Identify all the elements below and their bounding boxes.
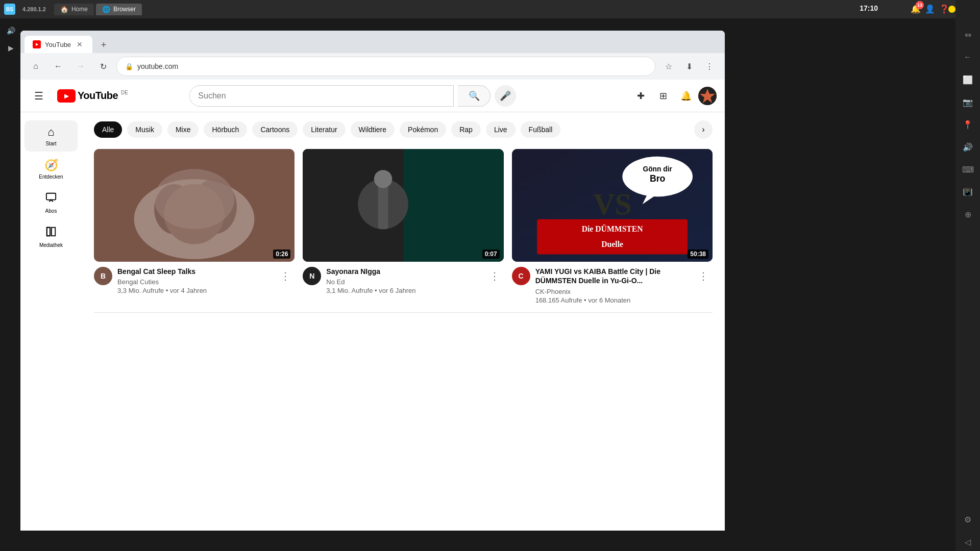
video-more-button-3[interactable]: ⋮ [694,267,713,285]
yt-header: ☰ ▶ YouTube DE 🔍 🎤 ✚ [20,80,725,112]
filter-chip-alle[interactable]: Alle [94,121,122,138]
help-tray-icon[interactable]: ❓ [939,4,949,14]
yt-mic-button[interactable]: 🎤 [495,85,516,107]
left-taskbar: 🔊 ▶ [0,18,21,551]
video-duration-2: 0:07 [482,249,500,259]
filter-arrow-button[interactable]: › [694,120,713,139]
yt-avatar[interactable] [698,87,717,105]
yt-logo-text: YouTube [78,90,118,102]
bluestacks-logo: BS 4.280.1.2 [4,4,46,15]
browser-menu-button[interactable]: ⋮ [700,57,719,76]
sidebar-item-mediathek[interactable]: Mediathek [24,221,78,253]
yt-apps-button[interactable]: ⊞ [653,86,674,106]
tab-close-button[interactable]: ✕ [75,40,84,49]
video-more-button-2[interactable]: ⋮ [485,267,504,285]
yt-logo[interactable]: ▶ YouTube DE [57,89,128,103]
volume-icon[interactable]: 🔊 [3,22,19,39]
sidebar-item-entdecken[interactable]: 🧭 Entdecken [24,154,78,185]
titlebar-tab-home[interactable]: 🏠 Home [54,4,94,15]
sidebar-more-icon[interactable]: ⊕ [959,205,977,223]
channel-avatar-2[interactable]: N [303,267,321,285]
bell-icon: 🔔 [680,90,692,102]
sidebar-location-icon[interactable]: 📍 [959,115,977,134]
yt-logo-icon: ▶ [57,89,76,103]
sidebar-entdecken-label: Entdecken [39,174,63,180]
youtube-app-icon[interactable]: ▶ [3,40,19,56]
library-icon [45,226,57,240]
clock: 17:10 [860,4,878,12]
new-tab-button[interactable]: + [96,38,111,52]
sidebar-back-icon[interactable]: ← [959,48,977,66]
minimize-button[interactable] [948,6,955,13]
yt-header-right: ✚ ⊞ 🔔 [631,86,717,106]
forward-button[interactable]: → [71,57,90,76]
filter-chip-musik[interactable]: Musik [127,121,162,138]
sidebar-camera-icon[interactable]: 📷 [959,93,977,111]
sidebar-keyboard-icon[interactable]: ⌨ [959,160,977,179]
channel-avatar-3[interactable]: C [512,267,530,285]
right-sidebar: ⇔ ← ⬜ 📷 📍 🔊 ⌨ 📳 ⊕ ⚙ ◁ [955,0,980,551]
sidebar-item-abos[interactable]: Abos [24,187,78,219]
home-button[interactable]: ⌂ [27,57,45,76]
yt-bell-button[interactable]: 🔔 [676,86,696,106]
svg-text:VS: VS [593,187,631,221]
subscriptions-icon [45,192,57,206]
video-meta-2: 3,1 Mio. Aufrufe • vor 6 Jahren [326,287,480,294]
refresh-button[interactable]: ↻ [94,57,112,76]
titlebar-tab-browser[interactable]: 🌐 Browser [96,4,142,15]
video-meta-3: 168.165 Aufrufe • vor 6 Monaten [535,296,689,304]
sidebar-item-start[interactable]: ⌂ Start [24,120,78,152]
yt-search-button[interactable]: 🔍 [458,85,491,107]
channel-name-2: No Ed [326,278,480,286]
youtube-tab[interactable]: YouTube ✕ [24,36,92,53]
sidebar-portrait-icon[interactable]: ⬜ [959,70,977,89]
filter-chip-hoerbuch[interactable]: Hörbuch [204,121,247,138]
video-card-3[interactable]: VS Gönn dir Bro Die DÜMMSTEN Duel [512,149,713,304]
apps-icon: ⊞ [659,90,667,102]
yt-menu-button[interactable]: ☰ [29,86,49,106]
video-info-3: C YAMI YUGI vs KAIBA Battle City | Die D… [512,267,713,304]
sidebar-volume-icon[interactable]: 🔊 [959,138,977,156]
video-card-1[interactable]: 0:26 B Bengal Cat Sleep Talks Bengal Cut… [94,149,295,304]
video-duration-3: 50:38 [688,249,708,259]
create-icon: ✚ [637,90,645,102]
filter-chip-rap[interactable]: Rap [451,121,481,138]
filter-chip-fussball[interactable]: Fußball [521,121,561,138]
filter-chips: Alle Musik Mixe Hörbuch Cartoons Literat… [94,120,713,139]
system-tray: 🔔 👤 ❓ [911,4,949,14]
filter-chip-cartoons[interactable]: Cartoons [252,121,298,138]
sidebar-expand-icon[interactable]: ⇔ [959,26,977,44]
video-thumbnail-2: 0:07 [303,149,503,262]
download-button[interactable]: ⬇ [680,57,698,76]
sidebar-shake-icon[interactable]: 📳 [959,183,977,201]
video-thumbnail-1: 0:26 [94,149,295,262]
youtube-page: ☰ ▶ YouTube DE 🔍 🎤 ✚ [20,80,725,531]
sidebar-mediathek-label: Mediathek [39,242,63,248]
avatar-letter-1: B [101,272,106,280]
video-card-2[interactable]: 0:07 N Sayonara NIgga No Ed 3,1 Mio. Auf… [303,149,503,304]
yt-search-bar[interactable] [189,85,454,107]
user-tray-icon[interactable]: 👤 [925,4,935,14]
video-info-1: B Bengal Cat Sleep Talks Bengal Cuties 3… [94,267,295,294]
filter-chip-mixe[interactable]: Mixe [167,121,199,138]
sidebar-arrow-icon[interactable]: ◁ [959,533,977,551]
filter-chip-pokemon[interactable]: Pokémon [400,121,446,138]
sidebar-settings-icon[interactable]: ⚙ [959,510,977,529]
video-more-button-1[interactable]: ⋮ [276,267,295,285]
address-bar[interactable]: 🔒 youtube.com [116,57,655,76]
yt-create-button[interactable]: ✚ [631,86,651,106]
filter-chip-wildtiere[interactable]: Wildtiere [351,121,395,138]
filter-chip-live[interactable]: Live [486,121,516,138]
channel-avatar-1[interactable]: B [94,267,112,285]
video-thumbnail-3: VS Gönn dir Bro Die DÜMMSTEN Duel [512,149,713,262]
notification-tray-icon[interactable]: 🔔 [911,4,921,14]
bookmark-button[interactable]: ☆ [659,57,678,76]
titlebar-tabs: 🏠 Home 🌐 Browser [54,4,142,15]
svg-text:Bro: Bro [650,173,666,184]
yt-search-input[interactable] [190,91,453,101]
svg-rect-2 [47,228,50,236]
back-button[interactable]: ← [49,57,67,76]
yt-logo-lang: DE [121,90,128,95]
youtube-tab-title: YouTube [45,41,71,48]
filter-chip-literatur[interactable]: Literatur [303,121,345,138]
